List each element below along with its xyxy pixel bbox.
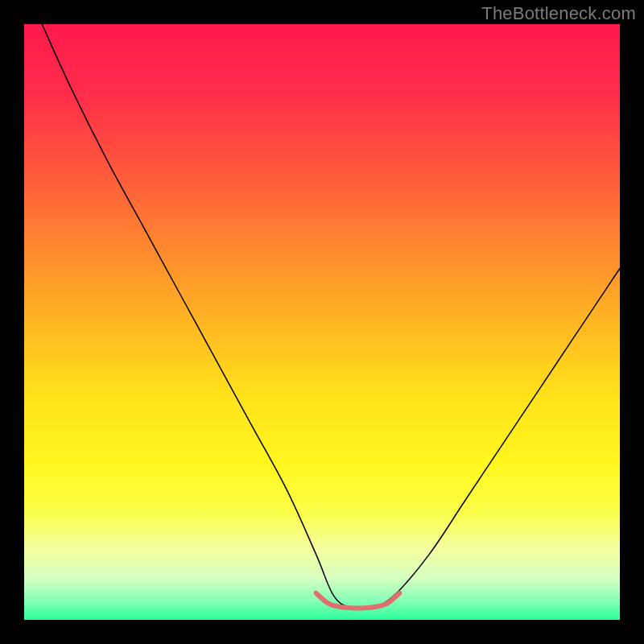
svg-rect-1 — [24, 24, 620, 620]
bottleneck-chart — [0, 0, 644, 644]
chart-container: TheBottleneck.com — [0, 0, 644, 644]
watermark: TheBottleneck.com — [481, 3, 636, 24]
